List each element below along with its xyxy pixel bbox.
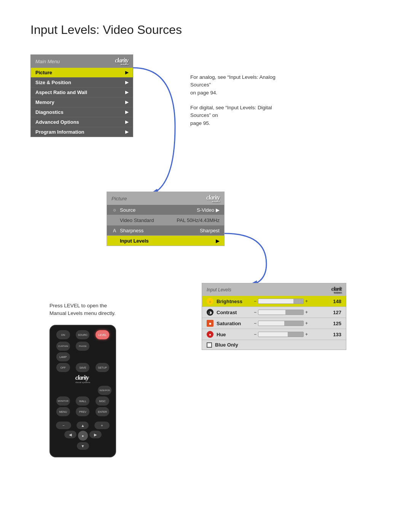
remote-btn-up[interactable]: ▲ [76,422,89,429]
remote-btn-setup[interactable]: SETUP [96,363,109,372]
remote-btn-wall[interactable]: WALL [76,396,89,406]
remote-btn-source[interactable]: SOURC [76,330,89,339]
contrast-bar-fill [258,310,285,315]
remote-btn-monitor[interactable]: MONITOR [56,396,70,406]
menu-item-picture[interactable]: Picture ▶ [31,68,133,78]
remote-btn-right[interactable]: ▶ [89,431,102,438]
saturation-minus: − [254,321,256,326]
level-item-saturation[interactable]: ■ Saturation − + 125 [202,318,346,329]
remote-btn-left[interactable]: ◀ [64,431,76,438]
picture-source-value-area: S-Video ▶ [197,207,220,213]
remote-btn-down[interactable]: ▼ [77,442,89,450]
saturation-plus: + [305,321,308,326]
remote-text-row: MONITOR WALL MISC [53,396,112,406]
remote-btn-plus[interactable]: + [94,422,110,429]
remote-btn-setup-label: SETUP [98,366,107,369]
remote-btn-sizepos-label: SIZE/POS [99,389,110,391]
remote-row-sizepos: SIZE/POS [53,386,112,395]
hue-value: 133 [330,332,341,337]
level-item-hue[interactable]: ● Hue − + 133 [202,329,346,340]
hue-bar-fill [258,332,288,337]
menu-item-advanced-label: Advanced Options [35,119,79,125]
remote-down-icon: ▼ [81,444,85,448]
sun-icon: ☼ [112,207,118,213]
menu-item-memory[interactable]: Memory ▶ [31,97,133,107]
brightness-bar-fill [258,299,293,304]
picture-sharpness-label: Sharpness [120,228,143,233]
menu-arrow-aspect: ▶ [125,90,128,95]
remote-minus-icon: − [62,423,65,428]
menu-item-size-position[interactable]: Size & Position ▶ [31,78,133,88]
press-level-text: Press LEVEL to open theManual Levels men… [49,302,116,318]
main-menu-logo: clarity visual systems [115,57,128,66]
hue-label: Hue [217,332,251,337]
remote-btn-minus[interactable]: − [56,422,71,429]
remote-btn-menu[interactable]: MENU [56,407,70,416]
remote-btn-level[interactable]: LEVEL [96,330,109,339]
main-menu-header: Main Menu clarity visual systems [31,55,133,68]
remote-btn-level-label: LEVEL [98,334,107,336]
remote-btn-lamp[interactable]: LAMP [56,352,70,361]
remote-top-row: ON SOURC LEVEL [53,330,112,339]
picture-submenu-box: Picture clarity visual systems ☼ Source … [107,192,225,246]
menu-item-diagnostics[interactable]: Diagnostics ▶ [31,107,133,117]
remote-btn-curtain-label: CURTAIN [58,345,68,347]
picture-menu-logo: clarity visual systems [206,194,220,203]
remote-nav-top-row: − ▲ + [53,422,112,429]
picture-logo-sub: visual systems [206,200,220,203]
remote-btn-sizepos[interactable]: SIZE/POS [98,386,112,395]
remote-btn-center[interactable]: ● [78,431,88,441]
contrast-minus: − [254,310,256,315]
menu-item-advanced[interactable]: Advanced Options ▶ [31,117,133,127]
menu-arrow-picture: ▶ [125,70,128,75]
remote-btn-off[interactable]: OFF [56,363,70,372]
brightness-label: Brightness [217,299,251,304]
remote-row2: CURTAIN PHASE [53,342,112,351]
picture-item-inputlevels[interactable]: Input Levels ▶ [107,236,224,246]
level-item-contrast[interactable]: ◑ Contrast − + 127 [202,307,346,318]
picture-source-value: S-Video [197,207,214,213]
picture-item-source[interactable]: ☼ Source S-Video ▶ [107,205,224,215]
remote-row3: LAMP [53,352,112,361]
level-item-brightness[interactable]: ☼ Brightness − + 148 [202,296,346,307]
blue-only-item[interactable]: Blue Only [202,340,346,350]
hue-icon: ● [207,331,213,338]
remote-nav-mid-row: ◀ ● ▶ [64,431,102,441]
remote-btn-prev[interactable]: PREV [76,407,89,416]
brightness-bar [258,299,304,304]
blue-only-checkbox[interactable] [207,342,212,348]
remote-btn-phase-label: PHASE [79,345,86,347]
input-levels-header-text: Input Levels [207,287,231,292]
remote-btn-save-label: SAVE [79,366,86,369]
saturation-bar-fill [258,321,284,326]
remote-container: ON SOURC LEVEL CURTAIN PHASE [49,325,116,457]
brightness-plus: + [305,299,308,304]
menu-item-memory-label: Memory [35,99,54,105]
contrast-plus: + [305,310,308,315]
remote-btn-prev-label: PREV [79,411,86,413]
hue-plus: + [305,332,308,337]
picture-item-sharpness[interactable]: A Sharpness Sharpest [107,225,224,236]
remote-btn-on[interactable]: ON [56,330,70,339]
remote-btn-phase[interactable]: PHASE [76,342,89,351]
menu-arrow-memory: ▶ [125,100,128,105]
remote-btn-off-label: OFF [61,366,66,369]
remote-btn-curtain[interactable]: CURTAIN [56,342,70,351]
remote-btn-menu-label: MENU [59,411,67,413]
videostandard-spacer [112,217,118,223]
remote-btn-save[interactable]: SAVE [76,363,89,372]
menu-item-aspect-ratio[interactable]: Aspect Ratio and Wall ▶ [31,88,133,97]
remote-spacer1 [96,342,109,351]
remote-btn-misc[interactable]: MISC [96,396,109,406]
picture-submenu-header: Picture clarity visual systems [107,192,224,205]
remote-spacer3 [96,352,109,361]
brightness-icon: ☼ [207,298,213,305]
hue-control: − + [254,332,324,337]
picture-item-videostandard: Video Standard PAL 50Hz/4.43MHz [107,215,224,225]
picture-inputlevels-arrow: ▶ [216,238,220,244]
remote-btn-enter[interactable]: ENTER [96,407,109,416]
menu-item-program[interactable]: Program Information ▶ [31,127,133,137]
contrast-label: Contrast [217,310,251,315]
main-menu-box: Main Menu clarity visual systems Picture… [30,54,133,137]
menu-item-size-position-label: Size & Position [35,80,71,85]
